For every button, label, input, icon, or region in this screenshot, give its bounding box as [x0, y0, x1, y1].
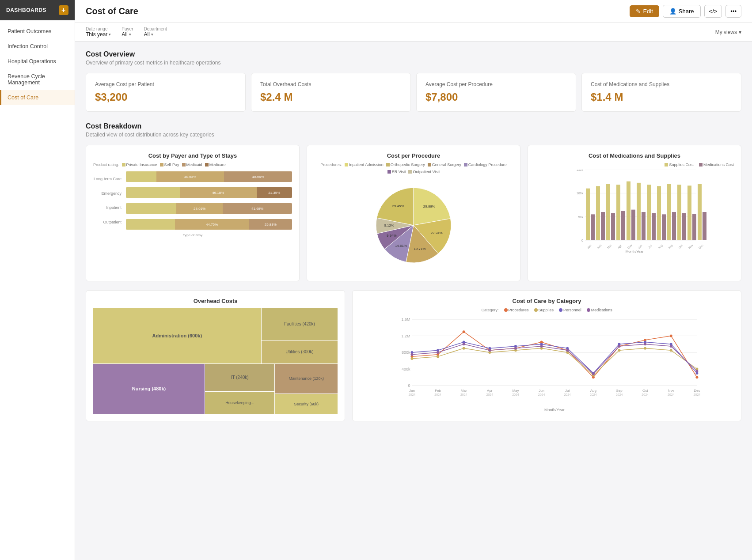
x-label: May [513, 389, 519, 393]
payer-y-label: Type of Stay [93, 233, 292, 237]
medication-bar [631, 210, 635, 240]
page-title: Cost of Care [86, 6, 138, 16]
kpi-card: Average Cost per Patient$3,200 [86, 73, 246, 112]
supply-bar [687, 185, 691, 240]
data-point [618, 349, 621, 352]
procedure-legend: Procedures: Inpatient Admission Orthoped… [314, 163, 513, 174]
bar-row: 40.63%40.96% [126, 171, 292, 182]
department-label: Department [144, 26, 167, 31]
share-button[interactable]: 👤 Share [663, 5, 701, 18]
x-label: Apr [617, 244, 623, 250]
procedure-pie: 29.88%22.24%19.71%14.61%9.94%9.12%29.45% [314, 177, 513, 274]
bar-segment: 41.68% [223, 203, 292, 214]
cost-overview-subtitle: Overview of primary cost metrics in heal… [86, 60, 741, 66]
kpi-card: Average Cost per Procedure$7,800 [416, 73, 576, 112]
y-label: 800k [402, 350, 410, 355]
x-label-year: 2024 [642, 393, 649, 396]
treemap-cell: Facilities (420k) [262, 308, 338, 340]
treemap-cell: IT (240k) [205, 364, 274, 391]
department-value[interactable]: All ▾ [144, 31, 167, 38]
payer-chart-card: Cost by Payer and Type of Stays Product … [86, 145, 300, 281]
supply-bar [606, 184, 610, 240]
payer-value[interactable]: All ▾ [122, 31, 133, 38]
cost-overview-section: Cost Overview Overview of primary cost m… [86, 50, 741, 112]
medication-bar [621, 211, 625, 240]
kpi-label: Cost of Medications and Supplies [591, 81, 732, 87]
medication-bar [652, 213, 656, 240]
department-filter[interactable]: Department All ▾ [144, 26, 167, 38]
x-label: Jun [637, 244, 643, 250]
medications-chart-title: Cost of Medications and Supplies [535, 152, 734, 159]
bar-segment [126, 187, 180, 198]
data-point [540, 345, 543, 348]
treemap-cell: Administration (600k) [93, 308, 261, 363]
sidebar-item-cost-of-care[interactable]: Cost of Care [0, 90, 75, 105]
edit-button[interactable]: ✎ Edit [630, 5, 659, 17]
x-axis-label: Month/Year [626, 250, 644, 254]
kpi-value: $3,200 [95, 91, 236, 103]
data-point [670, 349, 672, 352]
pie-label: 29.45% [392, 204, 404, 208]
code-button[interactable]: </> [704, 5, 722, 18]
payer-chart-body: Long-term Care Emergency Inpatient Outpa… [93, 170, 292, 231]
kpi-card: Cost of Medications and Supplies$1.4 M [581, 73, 741, 112]
category-chart-card: Cost of Care by Category Category: Proce… [352, 290, 741, 421]
overhead-chart-title: Overhead Costs [93, 298, 338, 304]
x-label-year: 2024 [668, 393, 675, 396]
x-label: Sep [616, 389, 623, 393]
pie-svg: 29.88%22.24%19.71%14.61%9.94%9.12%29.45% [369, 181, 458, 269]
bar-row: 28.01%41.68% [126, 203, 292, 214]
sidebar-item-infection-control[interactable]: Infection Control [0, 39, 75, 54]
sidebar-item-hospital-operations[interactable]: Hospital Operations [0, 54, 75, 69]
x-label: May [627, 243, 633, 250]
bar-segment: 46.18% [180, 187, 257, 198]
topbar: Cost of Care ✎ Edit 👤 Share </> ••• [75, 0, 752, 23]
y-label: 1.2M [402, 334, 410, 338]
add-dashboard-button[interactable]: + [59, 5, 68, 15]
line-series [412, 332, 697, 377]
y-label: 150k [577, 170, 584, 171]
more-button[interactable]: ••• [725, 5, 741, 18]
sidebar: DASHBOARDS + Patient OutcomesInfection C… [0, 0, 75, 560]
y-label: 0 [581, 239, 583, 242]
x-label: Aug [657, 243, 664, 250]
treemap-cell: Utilities (300k) [262, 341, 338, 363]
x-label: Mar [607, 243, 612, 249]
y-label: 0 [408, 383, 410, 388]
bar-segment [126, 219, 175, 230]
supply-bar [586, 189, 590, 240]
cost-overview-title: Cost Overview [86, 50, 741, 58]
my-views-button[interactable]: My views ▾ [715, 29, 741, 35]
sidebar-item-patient-outcomes[interactable]: Patient Outcomes [0, 24, 75, 39]
sidebar-item-revenue-cycle-management[interactable]: Revenue Cycle Management [0, 69, 75, 90]
procedure-chart-title: Cost per Procedure [314, 152, 513, 159]
x-label: Jan [409, 389, 415, 393]
data-point [644, 343, 646, 345]
y-label: 50k [578, 216, 584, 219]
x-label-year: 2024 [616, 393, 623, 396]
date-range-value[interactable]: This year ▾ [86, 31, 111, 38]
payer-filter[interactable]: Payer All ▾ [122, 26, 133, 38]
treemap-container: Administration (600k) Facilities (420k) … [93, 308, 338, 414]
bar-segment: 40.63% [156, 171, 224, 182]
bar-row: 44.75%25.83% [126, 219, 292, 230]
x-label: Sep [668, 243, 674, 250]
pie-label: 14.61% [395, 244, 407, 248]
medication-bar [662, 214, 666, 240]
cost-breakdown-section: Cost Breakdown Detailed view of cost dis… [86, 122, 741, 421]
supply-bar [667, 184, 671, 240]
x-label: Nov [668, 389, 674, 393]
treemap-col: IT (240k) Housekeeping... [205, 364, 274, 414]
x-label-year: 2024 [538, 393, 545, 396]
payer-chart-title: Cost by Payer and Type of Stays [93, 152, 292, 159]
filters-bar: Date range This year ▾ Payer All ▾ Depar… [75, 23, 752, 42]
x-label: Feb [596, 244, 602, 250]
bar-row: 46.18%21.35% [126, 187, 292, 198]
my-views-caret: ▾ [739, 29, 741, 35]
share-icon: 👤 [669, 8, 676, 15]
kpi-value: $1.4 M [591, 91, 732, 103]
data-point [592, 373, 595, 375]
date-range-filter[interactable]: Date range This year ▾ [86, 26, 111, 38]
data-point [437, 351, 439, 354]
cost-breakdown-subtitle: Detailed view of cost distribution acros… [86, 132, 741, 138]
